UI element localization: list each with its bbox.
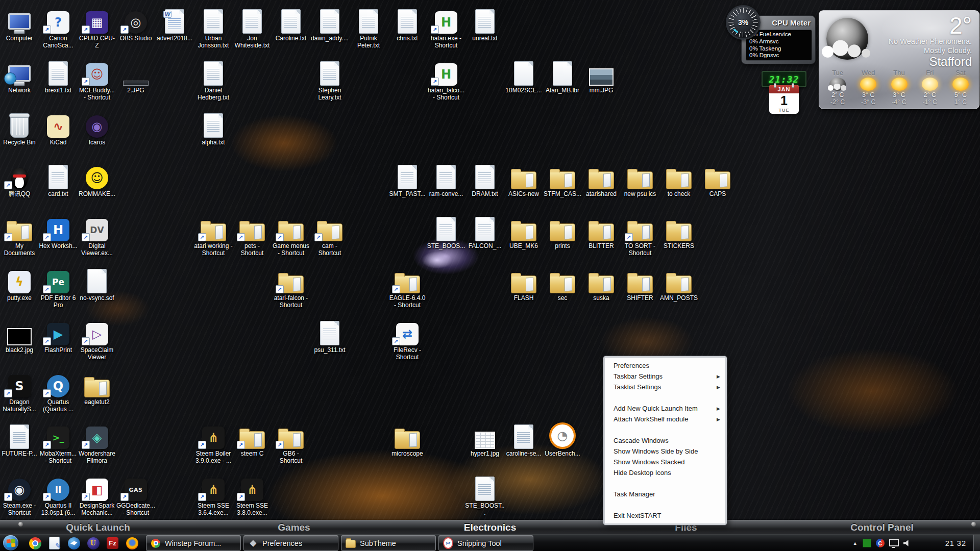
desktop-icon-stickers[interactable]: STICKERS — [659, 214, 698, 249]
desktop-icon-atarishared[interactable]: atarishared — [582, 162, 621, 197]
desktop-icon-stephen-leary-txt[interactable]: Stephen Leary.txt — [310, 58, 349, 101]
desktop-icon-caroline-txt[interactable]: Caroline.txt — [272, 6, 310, 42]
desktop-icon-caroline-se[interactable]: caroline-se... — [504, 421, 543, 457]
desktop-icon-psu-311-txt[interactable]: psu_311.txt — [310, 318, 349, 354]
menu-item-attach-workshelf-module[interactable]: Attach WorkShelf module▶ — [605, 414, 725, 424]
chrome-icon[interactable] — [29, 537, 41, 549]
desktop-icon-caps[interactable]: CAPS — [698, 162, 737, 197]
desktop-icon-suska[interactable]: suska — [582, 266, 621, 302]
desktop-icon-urban-jonsson-txt[interactable]: Urban Jonsson.txt — [194, 6, 233, 49]
task-button-snipping-tool[interactable]: ✂Snipping Tool — [438, 535, 533, 551]
desktop-icon-card-txt[interactable]: card.txt — [39, 162, 78, 197]
desktop-icon-new-psu-ics[interactable]: new psu ics — [621, 162, 659, 197]
desktop-icon-ube-mk6[interactable]: UBE_MK6 — [504, 214, 543, 249]
desktop-icon-daniel-hedberg-txt[interactable]: Daniel Hedberg.txt — [194, 58, 233, 101]
desktop-icon-unreal-txt[interactable]: unreal.txt — [465, 6, 504, 42]
desktop-icon-rommake[interactable]: ☺ROMMAKE... — [78, 162, 116, 197]
tray-green-square-icon[interactable] — [863, 539, 871, 547]
desktop-icon-eagletut2[interactable]: eagletut2 — [78, 370, 116, 406]
ccleaner-tray-icon[interactable]: C — [876, 539, 885, 547]
desktop-icon-quartus-quartus[interactable]: Q↗Quartus (Quartus ... — [39, 370, 78, 413]
desktop-icon-asics-new[interactable]: ASICs-new — [504, 162, 543, 197]
desktop-icon-brexit1-txt[interactable]: brexit1.txt — [39, 58, 78, 94]
desktop-icon-eagle-6-4-0-shortcut[interactable]: ↗EAGLE-6.4.0 - Shortcut — [388, 266, 427, 309]
desktop-icon-to-check[interactable]: to check — [659, 162, 698, 197]
desktop-icon-future-p[interactable]: FUTURE-P... — [0, 421, 39, 457]
desktop-icon-sec[interactable]: sec — [543, 266, 582, 302]
desktop[interactable]: Computer?↗Canon CanoSca...▦↗CPUID CPU-Z◎… — [0, 0, 980, 551]
desktop-icon-microscope[interactable]: microscope — [388, 421, 427, 457]
desktop-icon-cpuid-cpu-z[interactable]: ▦↗CPUID CPU-Z — [78, 6, 116, 49]
desktop-icon-flashprint[interactable]: ▶↗FlashPrint — [39, 318, 78, 354]
desktop-icon-game-menus-shortcut[interactable]: ↗Game menus - Shortcut — [272, 214, 310, 257]
desktop-icon-designspark-mechanic[interactable]: ◧↗DesignSpark Mechanic... — [78, 473, 116, 516]
desktop-icon-hyper1-jpg[interactable]: hyper1.jpg — [465, 421, 504, 457]
desktop-icon-dawn-addy[interactable]: dawn_addy.... — [310, 6, 349, 42]
menu-item-exit-nextstart[interactable]: Exit NextSTART — [605, 510, 725, 521]
menu-item-task-manager[interactable]: Task Manager — [605, 489, 725, 499]
desktop-icon-digital-viewer-ex[interactable]: DV↗Digital Viewer.ex... — [78, 214, 116, 257]
desktop-icon-cam-shortcut[interactable]: ↗cam - Shortcut — [310, 214, 349, 257]
desktop-icon-putty-exe[interactable]: ϟputty.exe — [0, 266, 39, 302]
menu-item-show-windows-stacked[interactable]: Show Windows Stacked — [605, 457, 725, 467]
menu-item-show-windows-side-by-side[interactable]: Show Windows Side by Side — [605, 446, 725, 457]
desktop-icon-no-vsync-sof[interactable]: no-vsync.sof — [78, 266, 116, 302]
shelf-section-games[interactable]: Games — [278, 520, 310, 535]
desktop-icon-hatari-exe-shortcut[interactable]: H↗hatari.exe - Shortcut — [427, 6, 465, 49]
dock-shelf-bar[interactable]: Quick LaunchGamesElectronicsFilesControl… — [0, 520, 980, 535]
desktop-icon-mobaxterm-shortcut[interactable]: >_↗MobaXterm... - Shortcut — [39, 421, 78, 464]
desktop-icon-dram-txt[interactable]: DRAM.txt — [465, 162, 504, 197]
forecast-day-thu[interactable]: Thu3° C-4° C — [884, 69, 914, 106]
desktop-icon-to-sort-shortcut[interactable]: ↗TO SORT - Shortcut — [621, 214, 659, 257]
desktop-icon-hatari-falco-shortcut[interactable]: H↗hatari_falco... - Shortcut — [427, 58, 465, 101]
tray-clock[interactable]: 21 32 — [945, 539, 966, 547]
desktop-icon-gb6-shortcut[interactable]: ↗GB6 - Shortcut — [272, 421, 310, 464]
network-tray-icon[interactable] — [889, 539, 899, 546]
thunderbird-icon[interactable] — [67, 537, 80, 549]
desktop-icon-shifter[interactable]: SHIFTER — [621, 266, 659, 302]
desktop-icon-qq[interactable]: ↗腾讯QQ — [0, 162, 39, 197]
desktop-icon-steem-boiler-3-9-0-exe[interactable]: ⋔↗Steem Boiler 3.9.0.exe - ... — [194, 421, 233, 464]
menu-item-tasklist-settings[interactable]: Tasklist Settings▶ — [605, 382, 725, 392]
shelf-handle-icon[interactable] — [971, 522, 976, 527]
desktop-icon-10m02sce[interactable]: 10M02SCE... — [504, 58, 543, 94]
shelf-section-electronics[interactable]: Electronics — [464, 520, 516, 535]
desktop-icon-filerecv-shortcut[interactable]: ⇄↗FileRecv - Shortcut — [388, 318, 427, 361]
forecast-day-fri[interactable]: Fri2° C-1° C — [915, 69, 945, 106]
desktop-icon-alpha-txt[interactable]: alpha.txt — [194, 110, 233, 146]
desktop-icon-pdf-editor-6-pro[interactable]: Pe↗PDF Editor 6 Pro — [39, 266, 78, 309]
task-button-preferences[interactable]: ◆Preferences — [243, 535, 338, 551]
menu-item-add-new-quick-launch-item[interactable]: Add New Quick Launch Item▶ — [605, 403, 725, 414]
desktop-icon-spaceclaim-viewer[interactable]: ▷↗SpaceClaim Viewer — [78, 318, 116, 361]
desktop-icon-userbench[interactable]: ◔UserBench... — [543, 421, 582, 457]
desktop-icon-falcon[interactable]: FALCON_... — [465, 214, 504, 249]
forecast-day-sat[interactable]: Sat5° C1° C — [945, 69, 976, 106]
desktop-icon-computer[interactable]: Computer — [0, 6, 39, 42]
desktop-icon-atari-mb-lbr[interactable]: Atari_MB.lbr — [543, 58, 582, 94]
desktop-icon-dragon-naturallys[interactable]: S↗Dragon NaturallyS... — [0, 370, 39, 413]
desktop-icon-putnik-peter-txt[interactable]: Putnik Peter.txt — [349, 6, 388, 49]
show-desktop-button[interactable] — [973, 535, 980, 551]
start-button[interactable] — [3, 535, 18, 550]
text-editor-icon[interactable] — [48, 537, 61, 549]
calendar-gadget[interactable]: JAN 1 TUE — [769, 85, 799, 114]
desktop-icon-steem-sse-3-6-4-exe[interactable]: ⋔↗Steem SSE 3.6.4.exe... — [194, 473, 233, 516]
desktop-icon-black2-jpg[interactable]: black2.jpg — [0, 318, 39, 354]
desktop-icon-ram-conve[interactable]: ram-conve... — [427, 162, 465, 197]
task-button-subtheme[interactable]: SubTheme — [341, 535, 436, 551]
desktop-icon-mm-jpg[interactable]: mm.JPG — [582, 58, 621, 94]
desktop-icon-my-documents[interactable]: ↗My Documents — [0, 214, 39, 257]
desktop-icon-prints[interactable]: prints — [543, 214, 582, 249]
desktop-icon-steem-c[interactable]: ↗steem C — [233, 421, 272, 457]
desktop-icon-wondershare-filmora[interactable]: ◈↗Wondershare Filmora — [78, 421, 116, 464]
volume-tray-icon[interactable] — [903, 540, 912, 547]
shelf-handle-icon[interactable] — [18, 522, 23, 527]
desktop-icon-steem-sse-3-8-0-exe[interactable]: ⋔↗Steem SSE 3.8.0.exe... — [233, 473, 272, 516]
tray-expand-icon[interactable]: ▲ — [853, 541, 857, 546]
desktop-icon-obs-studio[interactable]: ◎↗OBS Studio — [116, 6, 155, 42]
shelf-section-control-panel[interactable]: Control Panel — [850, 520, 914, 535]
firefox-icon[interactable] — [126, 537, 138, 549]
desktop-icon-pets-shortcut[interactable]: ↗pets - Shortcut — [233, 214, 272, 257]
desktop-icon-smt-past[interactable]: SMT_PAST... — [388, 162, 427, 197]
desktop-icon-canon-canosca[interactable]: ?↗Canon CanoSca... — [39, 6, 78, 49]
